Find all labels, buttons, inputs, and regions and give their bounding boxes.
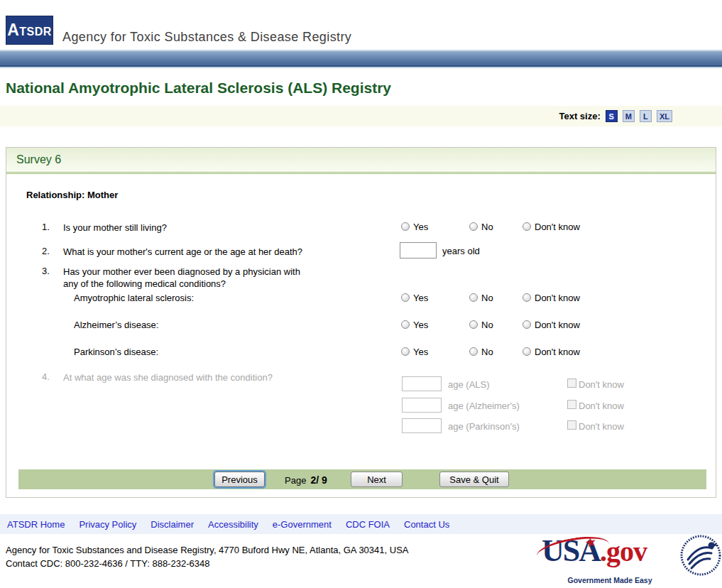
condition-alzheimers-label: Alzheimer’s disease: — [74, 320, 158, 330]
survey-panel: Survey 6 Relationship: Mother 1. Is your… — [6, 147, 716, 498]
survey-header-divider — [6, 172, 716, 174]
survey-nav-bar: Previous Page2/ 9 Next Save & Quit — [18, 469, 706, 489]
radio-q1-no-label: No — [481, 222, 493, 232]
save-quit-button[interactable]: Save & Quit — [439, 472, 509, 487]
atsdr-logo[interactable]: ATSDR — [6, 16, 53, 45]
radio-alzheimers-dontknow[interactable] — [523, 320, 531, 329]
radio-als-yes[interactable] — [401, 293, 410, 302]
question-2-number: 2. — [42, 246, 60, 256]
mother-age-input[interactable] — [400, 242, 437, 258]
radio-q1-yes-label: Yes — [413, 222, 428, 232]
dontknow-parkinsons-checkbox — [567, 420, 576, 430]
next-button[interactable]: Next — [351, 472, 403, 487]
radio-q1-no[interactable] — [469, 222, 478, 231]
page-number: 2/ 9 — [310, 474, 327, 486]
survey-title: Survey 6 — [16, 153, 61, 166]
text-size-bar: Text size: S M L XL — [0, 106, 722, 126]
footer-info: Agency for Toxic Substances and Disease … — [0, 534, 722, 585]
footer-links-bar: ATSDR Home Privacy Policy Disclaimer Acc… — [0, 514, 722, 534]
question-2-text: What is your mother's current age or the… — [63, 246, 302, 258]
text-size-large-button[interactable]: L — [640, 110, 652, 122]
radio-als-no[interactable] — [469, 293, 478, 302]
dontknow-als-checkbox — [567, 379, 576, 388]
text-size-small-button[interactable]: S — [606, 110, 618, 122]
page-indicator: Page2/ 9 — [285, 474, 327, 486]
header-band — [0, 50, 722, 67]
page-title: National Amyotrophic Lateral Sclerosis (… — [6, 80, 722, 98]
footer-link-disclaimer[interactable]: Disclaimer — [151, 519, 194, 530]
condition-als-label: Amyotrophic lateral sclerosis: — [74, 293, 194, 303]
radio-alzheimers-no[interactable] — [469, 320, 478, 329]
age-parkinsons-label: age (Parkinson's) — [448, 421, 520, 432]
atsdr-logo-text: ATSDR — [7, 21, 52, 40]
footer-link-accessibility[interactable]: Accessibility — [208, 519, 258, 530]
survey-header: Survey 6 — [6, 148, 716, 172]
age-alzheimers-label: age (Alzheimer's) — [448, 401, 520, 411]
question-4-number: 4. — [42, 371, 60, 382]
usagov-tagline: Government Made Easy — [542, 574, 678, 587]
dontknow-als-label: Don't know — [579, 379, 624, 390]
condition-alzheimers-radio-group: Yes No Don't know — [401, 319, 580, 330]
question-4-text: At what age was she diagnosed with the c… — [63, 371, 273, 383]
condition-parkinsons-label: Parkinson’s disease: — [74, 347, 158, 357]
radio-q1-yes[interactable] — [401, 222, 410, 231]
question-1-radio-group: Yes No Don't know — [401, 221, 580, 232]
radio-als-dontknow[interactable] — [523, 293, 531, 302]
radio-q1-dontknow-label: Don't know — [535, 222, 580, 232]
footer-link-privacy-policy[interactable]: Privacy Policy — [79, 519, 136, 530]
question-3-number: 3. — [42, 266, 60, 276]
radio-alzheimers-yes[interactable] — [401, 320, 410, 329]
text-size-label: Text size: — [559, 111, 600, 121]
text-size-medium-button[interactable]: M — [623, 110, 635, 122]
age-als-input — [402, 376, 442, 391]
condition-parkinsons-radio-group: Yes No Don't know — [401, 346, 580, 357]
radio-parkinsons-dontknow[interactable] — [523, 347, 531, 356]
agency-name: Agency for Toxic Substances & Disease Re… — [62, 30, 351, 45]
dontknow-alzheimers-label: Don't know — [579, 401, 624, 411]
condition-als-radio-group: Yes No Don't know — [401, 292, 580, 303]
hhs-seal-icon[interactable] — [679, 534, 722, 577]
age-als-label: age (ALS) — [448, 379, 490, 390]
usagov-logo[interactable]: ★ USA.gov Government Made Easy — [542, 537, 678, 579]
age-parkinsons-input — [402, 418, 442, 433]
radio-parkinsons-yes[interactable] — [401, 347, 410, 356]
usagov-gov-text: .gov — [600, 535, 647, 567]
footer-link-atsdr-home[interactable]: ATSDR Home — [7, 519, 65, 530]
footer-link-cdc-foia[interactable]: CDC FOIA — [346, 519, 390, 530]
footer-link-egovernment[interactable]: e-Government — [273, 519, 332, 530]
site-header: ATSDR Agency for Toxic Substances & Dise… — [0, 0, 722, 50]
question-3-text: Has your mother ever been diagnosed by a… — [63, 266, 300, 290]
dontknow-alzheimers-checkbox — [567, 400, 576, 409]
age-alzheimers-input — [402, 398, 442, 413]
header-band-underline — [0, 67, 722, 68]
radio-q1-dontknow[interactable] — [523, 222, 531, 231]
question-1-text: Is your mother still living? — [63, 222, 167, 234]
years-old-label: years old — [442, 246, 480, 256]
radio-parkinsons-no[interactable] — [469, 347, 478, 356]
dontknow-parkinsons-label: Don't know — [579, 421, 624, 432]
relationship-label: Relationship: Mother — [26, 190, 118, 200]
text-size-xlarge-button[interactable]: XL — [657, 110, 672, 122]
footer-link-contact-us[interactable]: Contact Us — [404, 519, 449, 530]
question-1-number: 1. — [42, 222, 60, 232]
previous-button[interactable]: Previous — [214, 472, 265, 487]
